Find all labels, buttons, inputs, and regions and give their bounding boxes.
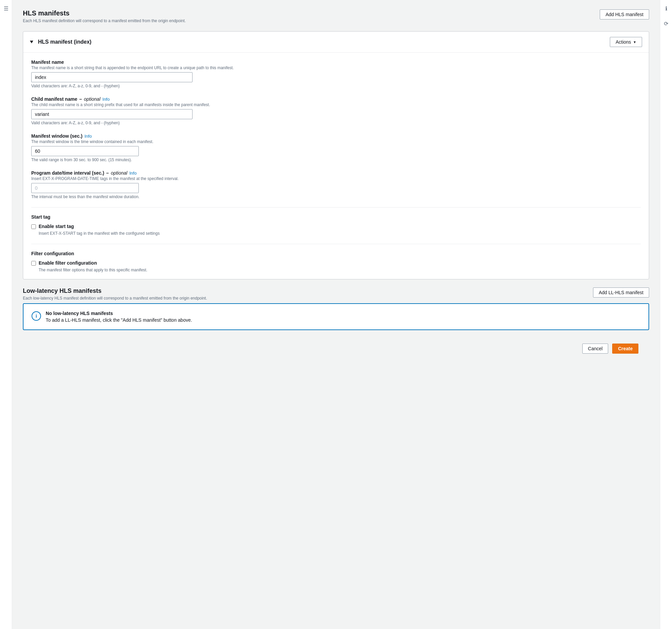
- collapse-icon[interactable]: [30, 41, 33, 43]
- empty-state-title: No low-latency HLS manifests: [46, 311, 192, 316]
- info-icon: i: [31, 311, 41, 321]
- child-manifest-info-link[interactable]: Info: [102, 97, 110, 102]
- enable-filter-config-desc: The manifest filter options that apply t…: [39, 268, 641, 272]
- child-manifest-hint: Valid characters are: A-Z, a-z, 0-9, and…: [31, 121, 641, 125]
- cancel-button[interactable]: Cancel: [582, 344, 608, 354]
- enable-start-tag-desc: Insert EXT-X-START tag in the manifest w…: [39, 231, 641, 236]
- program-datetime-hint: The interval must be less than the manif…: [31, 195, 641, 199]
- manifest-name-input[interactable]: [31, 72, 193, 82]
- program-datetime-input[interactable]: [31, 183, 139, 193]
- sidebar-left: ☰: [0, 0, 12, 629]
- create-button[interactable]: Create: [612, 344, 639, 354]
- empty-state-content: No low-latency HLS manifests To add a LL…: [46, 311, 192, 323]
- filter-config-section: Filter configuration Enable filter confi…: [31, 251, 641, 272]
- card-title: HLS manifest (index): [30, 39, 91, 45]
- add-hls-manifest-button[interactable]: Add HLS manifest: [600, 9, 649, 20]
- ll-hls-empty-state: i No low-latency HLS manifests To add a …: [23, 303, 649, 330]
- program-datetime-desc: Insert EXT-X-PROGRAM-DATE-TIME tags in t…: [31, 176, 641, 181]
- manifest-window-label: Manifest window (sec.) Info: [31, 133, 641, 139]
- add-ll-hls-button[interactable]: Add LL-HLS manifest: [593, 287, 649, 298]
- main-content: HLS manifests Each HLS manifest definiti…: [12, 0, 660, 629]
- manifest-name-label: Manifest name: [31, 59, 641, 65]
- menu-icon[interactable]: ☰: [2, 4, 10, 13]
- enable-filter-config-row: Enable filter configuration: [31, 260, 641, 266]
- manifest-name-section: Manifest name The manifest name is a sho…: [31, 59, 641, 88]
- ll-hls-title: Low-latency HLS manifests: [23, 287, 207, 295]
- program-datetime-label: Program date/time interval (sec.) – opti…: [31, 170, 641, 176]
- ll-hls-subtitle: Each low-latency HLS manifest definition…: [23, 296, 207, 301]
- page-header: HLS manifests Each HLS manifest definiti…: [23, 9, 649, 23]
- footer-bar: Cancel Create: [23, 338, 649, 359]
- enable-start-tag-label[interactable]: Enable start tag: [39, 224, 74, 229]
- ll-hls-section: Low-latency HLS manifests Each low-laten…: [23, 287, 649, 330]
- info-sidebar-icon[interactable]: ℹ: [664, 4, 669, 13]
- program-datetime-info-link[interactable]: Info: [129, 171, 137, 176]
- sidebar-right: ℹ ⟳: [660, 0, 672, 629]
- enable-start-tag-checkbox[interactable]: [31, 224, 36, 229]
- ll-hls-header-text: Low-latency HLS manifests Each low-laten…: [23, 287, 207, 301]
- ll-hls-header: Low-latency HLS manifests Each low-laten…: [23, 287, 649, 301]
- child-manifest-label: Child manifest name – optional Info: [31, 96, 641, 102]
- card-header: HLS manifest (index) Actions: [23, 31, 649, 53]
- actions-button[interactable]: Actions: [610, 37, 642, 47]
- card-body: Manifest name The manifest name is a sho…: [23, 53, 649, 279]
- filter-config-title: Filter configuration: [31, 251, 641, 256]
- child-manifest-desc: The child manifest name is a short strin…: [31, 102, 641, 107]
- manifest-window-input[interactable]: [31, 146, 139, 156]
- empty-state-desc: To add a LL-HLS manifest, click the "Add…: [46, 317, 192, 323]
- manifest-window-section: Manifest window (sec.) Info The manifest…: [31, 133, 641, 162]
- manifest-window-info-link[interactable]: Info: [84, 134, 92, 139]
- enable-filter-config-checkbox[interactable]: [31, 261, 36, 266]
- child-manifest-name-input[interactable]: [31, 109, 193, 119]
- divider-1: [31, 207, 641, 207]
- page-title: HLS manifests: [23, 9, 186, 17]
- manifest-name-hint: Valid characters are: A-Z, a-z, 0-9, and…: [31, 84, 641, 88]
- enable-filter-config-label[interactable]: Enable filter configuration: [39, 260, 97, 266]
- enable-start-tag-row: Enable start tag: [31, 224, 641, 229]
- history-sidebar-icon[interactable]: ⟳: [663, 19, 670, 28]
- start-tag-title: Start tag: [31, 214, 641, 220]
- page-header-text: HLS manifests Each HLS manifest definiti…: [23, 9, 186, 23]
- program-datetime-section: Program date/time interval (sec.) – opti…: [31, 170, 641, 199]
- page-subtitle: Each HLS manifest definition will corres…: [23, 19, 186, 23]
- child-manifest-section: Child manifest name – optional Info The …: [31, 96, 641, 125]
- start-tag-section: Start tag Enable start tag Insert EXT-X-…: [31, 214, 641, 236]
- hls-manifest-card: HLS manifest (index) Actions Manifest na…: [23, 31, 649, 279]
- manifest-name-desc: The manifest name is a short string that…: [31, 66, 641, 70]
- manifest-window-hint: The valid range is from 30 sec. to 900 s…: [31, 157, 641, 162]
- manifest-window-desc: The manifest window is the time window c…: [31, 140, 641, 144]
- divider-2: [31, 244, 641, 244]
